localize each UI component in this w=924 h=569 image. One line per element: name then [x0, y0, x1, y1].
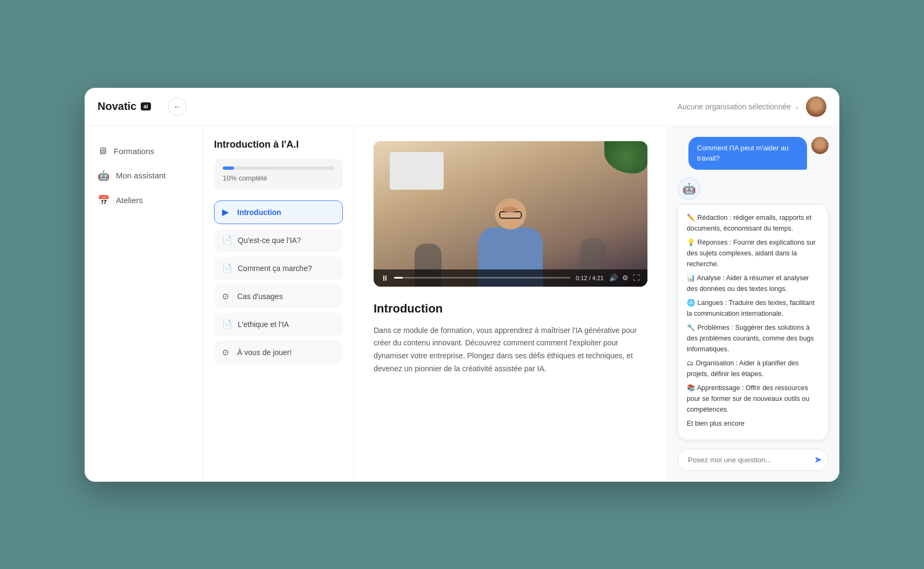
pause-icon[interactable]: ⏸: [381, 274, 389, 282]
course-sidebar: Introduction à l'A.I 10% complété ▶ Intr…: [203, 126, 354, 482]
bot-item-text-4: 🔧 Problèmes : Suggérer des solutions à d…: [687, 322, 819, 355]
calendar-icon: 📅: [98, 195, 109, 206]
video-time: 0:12 / 4:21: [576, 275, 604, 281]
sidebar-item-ateliers[interactable]: 📅 Ateliers: [85, 188, 203, 213]
org-selector[interactable]: Aucune organisation sélectionnée ⌄: [678, 102, 799, 111]
circle-icon-2: ⊙: [222, 348, 232, 357]
bot-list-item: Et bien plus encore: [687, 418, 819, 429]
video-controls[interactable]: ⏸ 0:12 / 4:21 🔊 ⚙ ⛶: [374, 269, 647, 287]
bot-item-text-2: 📊 Analyse : Aider à résumer et analyser …: [687, 273, 819, 294]
video-container[interactable]: ⏸ 0:12 / 4:21 🔊 ⚙ ⛶: [374, 141, 647, 287]
logo-text: Novatic: [98, 100, 136, 113]
send-icon: ➤: [814, 454, 822, 465]
avatar-image: [806, 96, 826, 117]
bot-list-item: 💡 Réponses : Fournir des explications su…: [687, 237, 819, 269]
bot-list-item: ✏️ Rédaction : rédiger emails, rapports …: [687, 212, 819, 234]
main-layout: 🖥 Formations 🤖 Mon assistant 📅 Ateliers …: [85, 126, 839, 482]
chat-input-area[interactable]: ➤: [678, 449, 829, 471]
bot-list-item: 🌐 Langues : Traduire des textes, facilit…: [687, 297, 819, 319]
section-text: Dans ce module de formation, vous appren…: [374, 324, 647, 376]
app-window: Novatic ai ← Aucune organisation sélecti…: [85, 88, 839, 482]
lesson-label-ethics: L'ethique et l'IA: [238, 320, 289, 329]
sidebar: 🖥 Formations 🤖 Mon assistant 📅 Ateliers: [85, 126, 203, 482]
chevron-down-icon: ⌄: [794, 103, 799, 110]
circle-icon-1: ⊙: [222, 292, 232, 301]
course-title: Introduction à l'A.I: [214, 139, 343, 150]
volume-icon[interactable]: 🔊: [609, 274, 618, 282]
background-plant: [604, 141, 647, 174]
chat-user-message: Comment l'IA peut m'aider au travail?: [678, 137, 829, 170]
bot-icon: 🤖: [678, 177, 700, 200]
user-avatar-small: [811, 137, 829, 154]
settings-icon[interactable]: ⚙: [622, 274, 629, 282]
lesson-item-ethics[interactable]: 📄 L'ethique et l'IA: [214, 313, 343, 336]
sidebar-item-assistant[interactable]: 🤖 Mon assistant: [85, 163, 203, 188]
monitor-icon: 🖥: [98, 145, 107, 157]
chat-send-button[interactable]: ➤: [814, 454, 822, 466]
sidebar-label-ateliers: Ateliers: [116, 196, 143, 205]
bot-response-list: ✏️ Rédaction : rédiger emails, rapports …: [687, 212, 819, 429]
video-progress-track[interactable]: [394, 277, 570, 279]
document-icon-2: 📄: [222, 263, 232, 273]
lesson-label-quest: Qu'est-ce que l'IA?: [238, 236, 301, 245]
logo: Novatic ai: [98, 100, 151, 113]
bot-list-item: 📚 Apprentissage : Offrir des ressources …: [687, 383, 819, 415]
lesson-item-quest[interactable]: 📄 Qu'est-ce que l'IA?: [214, 228, 343, 252]
avatar[interactable]: [806, 96, 826, 117]
bot-item-text-5: 🗂 Organisation : Aider à planifier des p…: [687, 358, 819, 379]
bot-item-text-0: ✏️ Rédaction : rédiger emails, rapports …: [687, 212, 819, 234]
video-background: [374, 141, 647, 287]
play-circle-icon: ▶: [222, 207, 232, 217]
bot-item-text-3: 🌐 Langues : Traduire des textes, facilit…: [687, 297, 819, 319]
bot-bubble: ✏️ Rédaction : rédiger emails, rapports …: [678, 204, 829, 440]
sidebar-item-formations[interactable]: 🖥 Formations: [85, 139, 203, 163]
progress-bar-background: [223, 166, 334, 170]
main-content: ⏸ 0:12 / 4:21 🔊 ⚙ ⛶ Introduction Dans ce…: [354, 126, 667, 482]
lesson-item-how[interactable]: 📄 Comment ça marche?: [214, 256, 343, 280]
chat-messages: Comment l'IA peut m'aider au travail? 🤖 …: [678, 137, 829, 440]
back-button[interactable]: ←: [168, 98, 187, 116]
document-icon-1: 📄: [222, 235, 232, 245]
lesson-label-play: À vous de jouer!: [237, 348, 292, 357]
robot-icon: 🤖: [98, 170, 109, 182]
lesson-label-intro: Introduction: [237, 208, 281, 217]
back-icon: ←: [174, 102, 181, 111]
lesson-item-intro[interactable]: ▶ Introduction: [214, 200, 343, 224]
bot-list-item: 🔧 Problèmes : Suggérer des solutions à d…: [687, 322, 819, 355]
lesson-label-usages: Cas d'usages: [237, 292, 282, 301]
document-icon-3: 📄: [222, 320, 232, 329]
chat-bot-message: 🤖 ✏️ Rédaction : rédiger emails, rapport…: [678, 177, 829, 440]
lesson-label-how: Comment ça marche?: [238, 264, 312, 273]
header: Novatic ai ← Aucune organisation sélecti…: [85, 88, 839, 126]
lesson-item-usages[interactable]: ⊙ Cas d'usages: [214, 284, 343, 308]
lesson-item-play[interactable]: ⊙ À vous de jouer!: [214, 341, 343, 364]
org-label: Aucune organisation sélectionnée: [678, 102, 791, 111]
bot-list-item: 📊 Analyse : Aider à résumer et analyser …: [687, 273, 819, 294]
video-thumbnail: [374, 141, 647, 287]
progress-bar-fill: [223, 166, 234, 170]
video-actions: 🔊 ⚙ ⛶: [609, 274, 640, 282]
chat-panel: Comment l'IA peut m'aider au travail? 🤖 …: [667, 126, 839, 482]
logo-badge: ai: [141, 102, 150, 110]
video-progress-fill: [394, 277, 403, 279]
bot-list-item: 🗂 Organisation : Aider à planifier des p…: [687, 358, 819, 379]
sidebar-label-assistant: Mon assistant: [116, 171, 166, 180]
chat-input[interactable]: [678, 449, 829, 471]
progress-container: 10% complété: [214, 159, 343, 190]
fullscreen-icon[interactable]: ⛶: [633, 274, 640, 282]
user-bubble: Comment l'IA peut m'aider au travail?: [688, 137, 807, 170]
header-right: Aucune organisation sélectionnée ⌄: [678, 96, 826, 117]
background-screen: [390, 152, 444, 190]
progress-text: 10% complété: [223, 174, 334, 182]
bot-item-text-6: 📚 Apprentissage : Offrir des ressources …: [687, 383, 819, 415]
sidebar-label-formations: Formations: [114, 147, 154, 156]
bot-item-text-7: Et bien plus encore: [687, 418, 744, 429]
section-title: Introduction: [374, 302, 647, 316]
bot-item-text-1: 💡 Réponses : Fournir des explications su…: [687, 237, 819, 269]
